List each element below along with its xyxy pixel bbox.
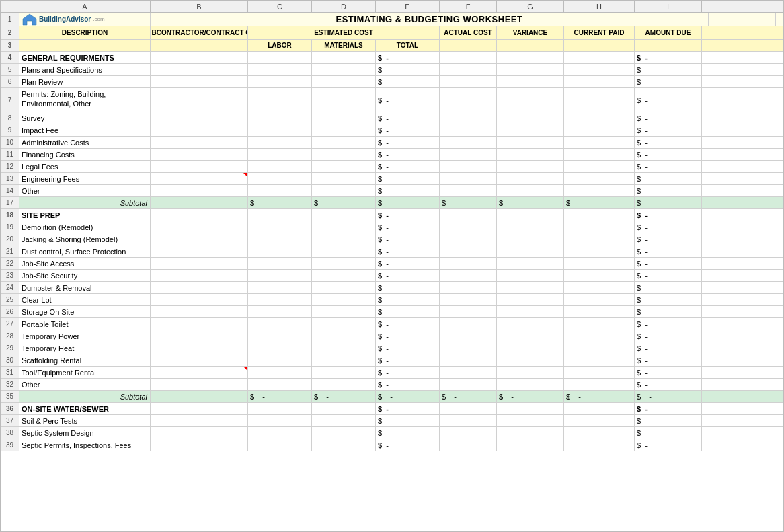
cell-10-f[interactable]: [440, 137, 497, 148]
cell-29-f[interactable]: [440, 342, 497, 354]
cell-13-c[interactable]: [248, 173, 312, 184]
cell-5-b[interactable]: [151, 64, 248, 75]
cell-13-f[interactable]: [440, 173, 497, 184]
cell-38-f[interactable]: [440, 427, 497, 439]
cell-32-b[interactable]: [151, 379, 248, 390]
cell-25-d[interactable]: [312, 294, 376, 305]
cell-8-f[interactable]: [440, 112, 497, 124]
cell-12-c[interactable]: [248, 161, 312, 172]
cell-13-d[interactable]: [312, 173, 376, 184]
cell-23-b[interactable]: [151, 270, 248, 281]
col-header-f[interactable]: F: [440, 1, 497, 12]
col-header-i[interactable]: I: [635, 1, 702, 12]
col-header-c[interactable]: C: [248, 1, 312, 12]
cell-28-f[interactable]: [440, 330, 497, 342]
cell-24-b[interactable]: [151, 282, 248, 293]
cell-7-b[interactable]: [151, 88, 248, 112]
cell-23-f[interactable]: [440, 270, 497, 281]
cell-30-f[interactable]: [440, 354, 497, 366]
cell-25-c[interactable]: [248, 294, 312, 305]
cell-9-d[interactable]: [312, 124, 376, 136]
cell-8-c[interactable]: [248, 112, 312, 124]
cell-22-d[interactable]: [312, 258, 376, 269]
cell-23-d[interactable]: [312, 270, 376, 281]
cell-27-f[interactable]: [440, 318, 497, 330]
cell-19-c[interactable]: [248, 221, 312, 233]
cell-5-f[interactable]: [440, 64, 497, 75]
cell-6-b[interactable]: [151, 76, 248, 87]
cell-12-f[interactable]: [440, 161, 497, 172]
col-header-h[interactable]: H: [564, 1, 635, 12]
cell-14-f[interactable]: [440, 185, 497, 196]
cell-37-d[interactable]: [312, 415, 376, 426]
cell-26-c[interactable]: [248, 306, 312, 317]
cell-24-c[interactable]: [248, 282, 312, 293]
cell-20-f[interactable]: [440, 233, 497, 245]
cell-24-f[interactable]: [440, 282, 497, 293]
cell-30-d[interactable]: [312, 354, 376, 366]
cell-39-b[interactable]: [151, 439, 248, 451]
cell-20-b[interactable]: [151, 233, 248, 245]
cell-32-c[interactable]: [248, 379, 312, 390]
cell-26-d[interactable]: [312, 306, 376, 317]
cell-22-c[interactable]: [248, 258, 312, 269]
cell-21-c[interactable]: [248, 245, 312, 257]
cell-29-c[interactable]: [248, 342, 312, 354]
cell-37-b[interactable]: [151, 415, 248, 426]
cell-19-d[interactable]: [312, 221, 376, 233]
col-header-b[interactable]: B: [151, 1, 248, 12]
cell-10-b[interactable]: [151, 137, 248, 148]
cell-19-b[interactable]: [151, 221, 248, 233]
cell-39-f[interactable]: [440, 439, 497, 451]
cell-8-d[interactable]: [312, 112, 376, 124]
cell-8-b[interactable]: [151, 112, 248, 124]
cell-7-d[interactable]: [312, 88, 376, 112]
cell-11-f[interactable]: [440, 149, 497, 160]
cell-14-b[interactable]: [151, 185, 248, 196]
cell-32-d[interactable]: [312, 379, 376, 390]
cell-25-b[interactable]: [151, 294, 248, 305]
cell-37-c[interactable]: [248, 415, 312, 426]
cell-31-b[interactable]: [151, 367, 248, 378]
cell-32-f[interactable]: [440, 379, 497, 390]
cell-31-f[interactable]: [440, 367, 497, 378]
cell-6-c[interactable]: [248, 76, 312, 87]
cell-38-d[interactable]: [312, 427, 376, 439]
cell-6-d[interactable]: [312, 76, 376, 87]
cell-9-b[interactable]: [151, 124, 248, 136]
cell-28-d[interactable]: [312, 330, 376, 342]
cell-11-d[interactable]: [312, 149, 376, 160]
cell-12-b[interactable]: [151, 161, 248, 172]
cell-28-b[interactable]: [151, 330, 248, 342]
cell-27-c[interactable]: [248, 318, 312, 330]
cell-9-c[interactable]: [248, 124, 312, 136]
cell-7-c[interactable]: [248, 88, 312, 112]
cell-39-c[interactable]: [248, 439, 312, 451]
cell-20-c[interactable]: [248, 233, 312, 245]
cell-21-f[interactable]: [440, 245, 497, 257]
cell-39-d[interactable]: [312, 439, 376, 451]
cell-10-d[interactable]: [312, 137, 376, 148]
cell-11-c[interactable]: [248, 149, 312, 160]
cell-30-c[interactable]: [248, 354, 312, 366]
cell-31-c[interactable]: [248, 367, 312, 378]
cell-29-b[interactable]: [151, 342, 248, 354]
cell-28-c[interactable]: [248, 330, 312, 342]
cell-10-c[interactable]: [248, 137, 312, 148]
cell-21-d[interactable]: [312, 245, 376, 257]
cell-22-b[interactable]: [151, 258, 248, 269]
cell-25-f[interactable]: [440, 294, 497, 305]
col-header-d[interactable]: D: [312, 1, 376, 12]
cell-5-d[interactable]: [312, 64, 376, 75]
cell-14-d[interactable]: [312, 185, 376, 196]
cell-29-d[interactable]: [312, 342, 376, 354]
cell-20-d[interactable]: [312, 233, 376, 245]
cell-24-d[interactable]: [312, 282, 376, 293]
cell-31-d[interactable]: [312, 367, 376, 378]
cell-38-c[interactable]: [248, 427, 312, 439]
col-header-a[interactable]: A: [19, 1, 151, 12]
cell-19-f[interactable]: [440, 221, 497, 233]
cell-21-b[interactable]: [151, 245, 248, 257]
col-header-g[interactable]: G: [497, 1, 564, 12]
cell-13-b[interactable]: [151, 173, 248, 184]
